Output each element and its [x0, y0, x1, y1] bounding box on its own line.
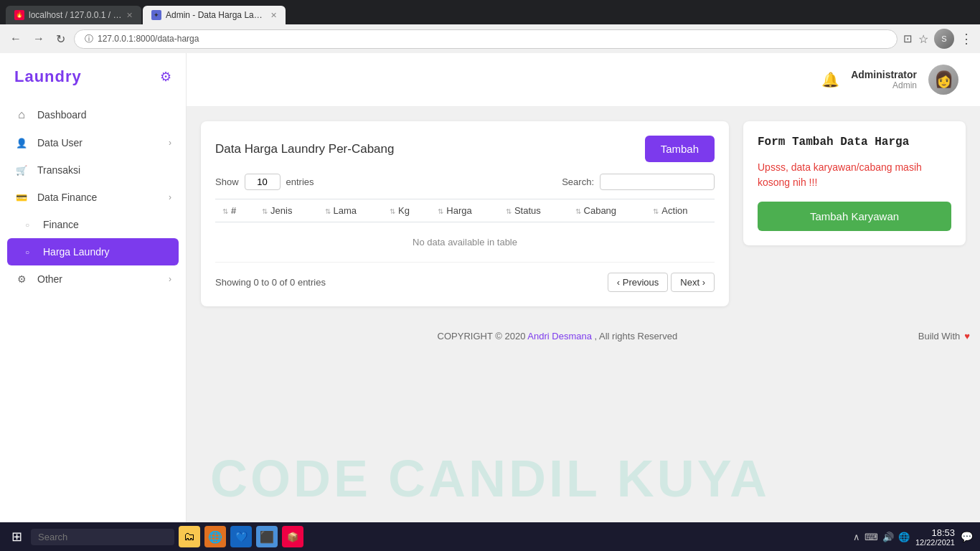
notification-center-icon[interactable]: 💬	[961, 531, 973, 542]
screen-share-icon[interactable]: ⊡	[903, 32, 913, 45]
pagination: ‹ Previous Next ›	[608, 273, 715, 292]
taskbar-search[interactable]	[31, 529, 174, 545]
build-with-text: Build With	[918, 331, 961, 342]
col-cabang: ⇅Cabang	[568, 199, 646, 222]
footer-copyright: COPYRIGHT © 2020	[438, 331, 526, 342]
user-name: Administrator	[851, 69, 917, 80]
sidebar-item-finance[interactable]: ○ Finance	[0, 211, 186, 238]
taskbar-icon-files[interactable]: 🗂	[179, 526, 200, 547]
circle-icon-harga: ○	[20, 248, 34, 256]
bell-icon[interactable]: 🔔	[821, 71, 839, 88]
circle-icon-finance: ○	[20, 221, 34, 229]
table-header-row: ⇅# ⇅Jenis ⇅Lama ⇅Kg ⇅Harga ⇅Status ⇅Caba…	[215, 199, 715, 222]
chrome-user-avatar[interactable]: S	[934, 29, 954, 49]
sort-icon-num: ⇅	[222, 207, 228, 215]
table-empty-row: No data available in table	[215, 222, 715, 263]
toolbar-icons: ⊡ ☆ S ⋮	[903, 29, 973, 49]
tab-label-db: localhost / 127.0.0.1 / db_laundri...	[29, 10, 122, 20]
footer-author-link[interactable]: Andri Desmana	[527, 331, 592, 342]
nav-label-data-finance: Data Finance	[37, 192, 97, 203]
entries-input[interactable]	[245, 174, 281, 190]
sort-icon-cabang: ⇅	[575, 207, 581, 215]
taskbar-icon-chrome[interactable]: 🌐	[204, 526, 226, 547]
sort-icon-lama: ⇅	[325, 207, 331, 215]
tambah-karyawan-button[interactable]: Tambah Karyawan	[758, 202, 951, 231]
heart-icon: ♥	[964, 331, 970, 342]
sidebar-item-data-user[interactable]: 👤 Data User ›	[0, 129, 186, 156]
start-button[interactable]: ⊞	[7, 526, 27, 547]
table-head: ⇅# ⇅Jenis ⇅Lama ⇅Kg ⇅Harga ⇅Status ⇅Caba…	[215, 199, 715, 222]
menu-icon[interactable]: ⋮	[960, 31, 973, 47]
nav-label-finance: Finance	[43, 219, 79, 230]
search-area: Search:	[562, 174, 715, 190]
search-input[interactable]	[600, 174, 715, 190]
tab-favicon-db: 🔥	[14, 10, 24, 20]
brand-title: Laundry	[14, 67, 82, 86]
card-title: Data Harga Laundry Per-Cabang	[215, 142, 394, 156]
col-lama: ⇅Lama	[318, 199, 383, 222]
url-text: 127.0.0.1:8000/data-harga	[98, 34, 199, 44]
nav-label-transaksi: Transaksi	[37, 164, 80, 176]
back-button[interactable]: ←	[7, 31, 24, 47]
footer-right: Build With ♥	[918, 331, 970, 342]
user-info: Administrator Admin	[851, 69, 917, 90]
forward-button[interactable]: →	[30, 31, 47, 47]
next-button[interactable]: Next ›	[671, 273, 715, 292]
volume-icon[interactable]: 🔊	[882, 532, 894, 542]
taskbar-clock[interactable]: 18:53 12/22/2021	[915, 527, 955, 547]
col-number: ⇅#	[215, 199, 255, 222]
home-icon: ⌂	[14, 108, 29, 121]
tray-icons: ∧ ⌨ 🔊 🌐	[853, 532, 910, 542]
sort-icon-action: ⇅	[653, 207, 659, 215]
clock-date: 12/22/2021	[915, 538, 955, 547]
browser-toolbar: ← → ↻ ⓘ 127.0.0.1:8000/data-harga ⊡ ☆ S …	[0, 24, 980, 53]
tray-up-icon[interactable]: ∧	[853, 532, 860, 542]
bookmark-icon[interactable]: ☆	[918, 32, 928, 46]
sidebar-item-harga-laundry[interactable]: ○ Harga Laundry	[7, 238, 179, 265]
table-controls: Show entries Search:	[215, 174, 715, 190]
empty-message: No data available in table	[215, 222, 715, 263]
sidebar-item-other[interactable]: ⚙ Other ›	[0, 265, 186, 293]
user-avatar[interactable]: 👩	[928, 65, 958, 95]
address-bar[interactable]: ⓘ 127.0.0.1:8000/data-harga	[74, 29, 897, 49]
side-card: Form Tambah Data Harga Upsss, data karya…	[743, 121, 966, 245]
main-card: Data Harga Laundry Per-Cabang Tambah Sho…	[201, 121, 729, 306]
tab-db[interactable]: 🔥 localhost / 127.0.0.1 / db_laundri... …	[6, 6, 141, 24]
protocol-icon: ⓘ	[85, 33, 93, 45]
sort-icon-harga: ⇅	[438, 207, 443, 215]
card-icon: 💳	[14, 192, 29, 203]
tab-label-admin: Admin - Data Harga Laundri	[166, 10, 266, 20]
gear-icon[interactable]: ⚙	[160, 69, 171, 85]
col-kg: ⇅Kg	[382, 199, 430, 222]
footer-rights: , All rights Reserved	[595, 331, 678, 342]
taskbar-icon-app1[interactable]: ⬛	[256, 526, 278, 547]
network-icon[interactable]: 🌐	[898, 532, 910, 542]
taskbar-icon-app2[interactable]: 📦	[282, 526, 303, 547]
nav-label-other: Other	[37, 273, 62, 285]
sidebar-item-dashboard[interactable]: ⌂ Dashboard	[0, 100, 186, 129]
entries-label: entries	[286, 176, 314, 187]
keyboard-icon[interactable]: ⌨	[864, 532, 878, 542]
app-layout: Laundry ⚙ ⌂ Dashboard 👤 Data User › 🛒 Tr…	[0, 53, 980, 547]
taskbar-icon-vscode[interactable]: 💙	[230, 526, 252, 547]
user-icon: 👤	[14, 138, 29, 149]
tab-close-db[interactable]: ✕	[126, 11, 133, 20]
prev-button[interactable]: ‹ Previous	[608, 273, 669, 292]
tab-close-admin[interactable]: ✕	[270, 11, 277, 20]
tab-favicon-admin: ✦	[151, 10, 161, 20]
show-label: Show	[215, 176, 239, 187]
taskbar: ⊞ 🗂 🌐 💙 ⬛ 📦 ∧ ⌨ 🔊 🌐 18:53 12/22/2021 💬	[0, 522, 980, 547]
nav-label-harga: Harga Laundry	[43, 246, 110, 258]
col-status: ⇅Status	[499, 199, 568, 222]
footer-count: Showing 0 to 0 of 0 entries	[215, 277, 326, 288]
tambah-button[interactable]: Tambah	[645, 136, 715, 162]
user-role: Admin	[851, 80, 917, 90]
cart-icon: 🛒	[14, 165, 29, 176]
tab-admin[interactable]: ✦ Admin - Data Harga Laundri ✕	[143, 6, 286, 24]
avatar-image: 👩	[934, 70, 953, 89]
chevron-right-icon-finance: ›	[169, 192, 171, 202]
sidebar-item-transaksi[interactable]: 🛒 Transaksi	[0, 156, 186, 184]
reload-button[interactable]: ↻	[53, 31, 68, 47]
sidebar-item-data-finance[interactable]: 💳 Data Finance ›	[0, 184, 186, 211]
col-action: ⇅Action	[646, 199, 715, 222]
